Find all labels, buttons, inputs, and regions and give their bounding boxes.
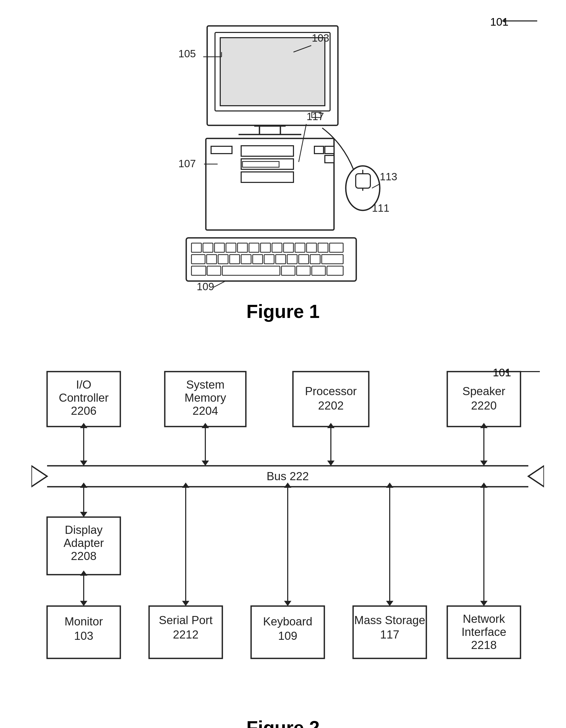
- svg-text:109: 109: [197, 281, 214, 292]
- svg-text:Network: Network: [463, 612, 505, 625]
- svg-rect-28: [272, 243, 282, 252]
- svg-rect-50: [296, 266, 310, 275]
- svg-rect-22: [203, 243, 213, 252]
- svg-rect-55: [356, 174, 370, 188]
- svg-text:117: 117: [380, 628, 399, 641]
- svg-rect-33: [329, 243, 343, 252]
- figure2-section: 101 I/O Controller 2206 System Memory 22…: [0, 345, 566, 728]
- svg-marker-87: [80, 461, 87, 466]
- svg-rect-40: [264, 255, 274, 264]
- svg-text:Serial Port: Serial Port: [159, 614, 213, 626]
- svg-rect-35: [207, 255, 217, 264]
- svg-text:Monitor: Monitor: [65, 615, 103, 628]
- svg-rect-49: [282, 266, 295, 275]
- svg-marker-114: [182, 601, 189, 606]
- figure1-label: Figure 1: [247, 301, 319, 322]
- svg-rect-46: [222, 266, 280, 275]
- svg-text:Memory: Memory: [185, 391, 226, 404]
- svg-text:System: System: [186, 378, 225, 391]
- figure2-label: Figure 2: [31, 717, 535, 728]
- svg-rect-21: [192, 243, 202, 252]
- svg-text:2208: 2208: [71, 550, 97, 562]
- svg-text:Display: Display: [65, 523, 103, 536]
- svg-text:Mass Storage: Mass Storage: [354, 614, 425, 626]
- svg-rect-34: [192, 255, 205, 264]
- svg-rect-24: [226, 243, 236, 252]
- ref-101-arrow: [501, 13, 542, 29]
- svg-rect-15: [241, 146, 293, 156]
- svg-text:111: 111: [372, 202, 389, 214]
- svg-marker-124: [480, 483, 487, 488]
- svg-text:2206: 2206: [71, 404, 97, 417]
- svg-marker-96: [480, 461, 487, 466]
- svg-text:2220: 2220: [471, 399, 497, 412]
- svg-text:117: 117: [306, 111, 324, 122]
- svg-marker-104: [80, 512, 87, 517]
- svg-rect-12: [314, 146, 323, 154]
- svg-rect-51: [312, 266, 325, 275]
- svg-rect-25: [238, 243, 248, 252]
- svg-rect-27: [261, 243, 271, 252]
- svg-marker-71: [504, 369, 508, 374]
- svg-rect-17: [243, 161, 279, 167]
- svg-rect-52: [327, 266, 343, 275]
- svg-marker-90: [202, 461, 209, 466]
- page-container: 101: [0, 0, 566, 728]
- figure1-section: 101: [0, 0, 566, 340]
- ref-101-fig2-arrow: [503, 364, 545, 379]
- svg-marker-111: [80, 601, 87, 606]
- svg-rect-48: [207, 266, 221, 275]
- svg-rect-42: [287, 255, 297, 264]
- svg-rect-23: [215, 243, 225, 252]
- svg-rect-36: [218, 255, 228, 264]
- svg-rect-43: [299, 255, 308, 264]
- svg-rect-30: [295, 243, 305, 252]
- svg-text:105: 105: [178, 48, 196, 59]
- svg-text:I/O: I/O: [76, 378, 92, 391]
- svg-text:2204: 2204: [193, 404, 218, 417]
- svg-text:2218: 2218: [471, 639, 497, 651]
- svg-marker-118: [284, 483, 291, 488]
- svg-text:103: 103: [74, 629, 93, 642]
- svg-rect-29: [283, 243, 293, 252]
- figure2-diagram: I/O Controller 2206 System Memory 2204 P…: [31, 361, 544, 712]
- svg-rect-32: [318, 243, 328, 252]
- svg-rect-18: [241, 172, 293, 182]
- svg-rect-37: [230, 255, 240, 264]
- svg-text:Speaker: Speaker: [462, 385, 505, 397]
- svg-rect-4: [220, 38, 325, 106]
- svg-rect-14: [325, 155, 334, 163]
- svg-line-69: [213, 281, 226, 288]
- svg-text:Adapter: Adapter: [64, 536, 104, 549]
- svg-rect-13: [325, 146, 334, 154]
- svg-marker-117: [284, 601, 291, 606]
- svg-rect-41: [276, 255, 285, 264]
- svg-text:Interface: Interface: [461, 625, 506, 638]
- svg-marker-120: [386, 601, 393, 606]
- svg-text:Bus 222: Bus 222: [267, 470, 308, 483]
- svg-rect-31: [306, 243, 316, 252]
- svg-text:Controller: Controller: [59, 391, 109, 404]
- svg-marker-93: [327, 461, 334, 466]
- svg-text:107: 107: [178, 158, 196, 169]
- svg-text:Keyboard: Keyboard: [263, 615, 312, 628]
- svg-marker-99: [528, 466, 544, 487]
- computer-illustration: 105 103 107 117 113 111 109: [165, 18, 401, 293]
- svg-text:113: 113: [380, 171, 397, 182]
- svg-marker-123: [480, 601, 487, 606]
- svg-text:103: 103: [312, 32, 329, 44]
- svg-rect-44: [310, 255, 320, 264]
- svg-rect-39: [253, 255, 263, 264]
- svg-text:2212: 2212: [173, 628, 199, 641]
- svg-marker-98: [31, 466, 47, 487]
- svg-text:Processor: Processor: [305, 385, 357, 397]
- svg-text:109: 109: [278, 629, 297, 642]
- svg-rect-45: [322, 255, 343, 264]
- svg-marker-121: [386, 483, 393, 488]
- svg-text:2202: 2202: [318, 399, 344, 412]
- svg-marker-115: [182, 483, 189, 488]
- svg-rect-26: [249, 243, 259, 252]
- svg-marker-1: [502, 19, 506, 23]
- svg-rect-47: [192, 266, 206, 275]
- svg-rect-11: [211, 146, 232, 154]
